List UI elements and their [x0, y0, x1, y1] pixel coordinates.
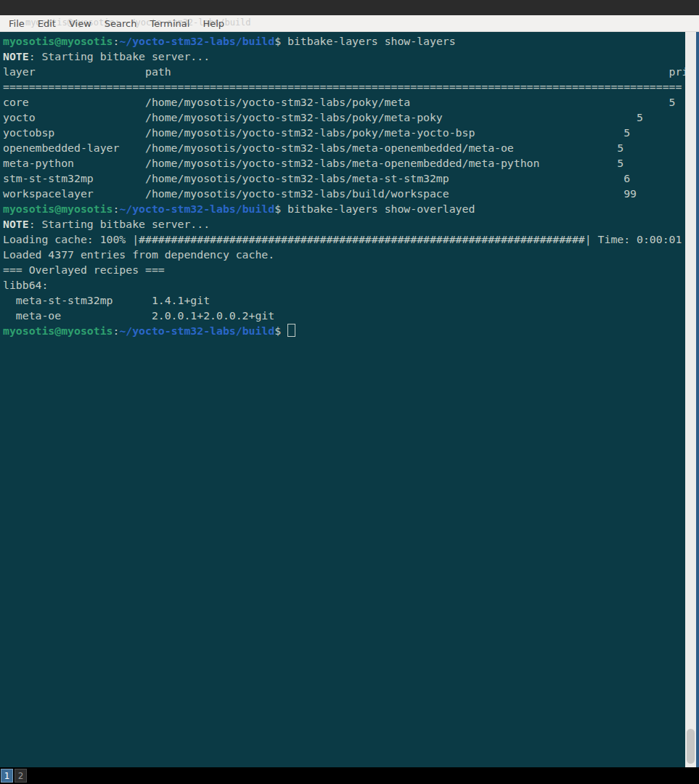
terminal-text: : Starting bitbake server...: [29, 50, 210, 62]
terminal-line: layer path priority: [3, 64, 685, 79]
terminal-line: meta-oe 2.0.0.1+2.0.0.2+git: [3, 308, 685, 323]
terminal-text: workspacelayer /home/myosotis/yocto-stm3…: [3, 187, 637, 200]
terminal-text: meta-oe 2.0.0.1+2.0.0.2+git: [3, 309, 274, 322]
terminal-line: === Overlayed recipes ===: [3, 262, 685, 277]
terminal-cursor: [287, 324, 295, 337]
menu-edit[interactable]: Edit: [31, 15, 62, 32]
terminal-text: Loading cache: 100% |###################…: [3, 233, 682, 245]
terminal-text: ~/yocto-stm32-labs/build: [119, 35, 274, 47]
terminal-text: core /home/myosotis/yocto-stm32-labs/pok…: [3, 96, 675, 108]
terminal-line: myosotis@myosotis:~/yocto-stm32-labs/bui…: [3, 33, 685, 49]
terminal-content[interactable]: myosotis@myosotis:~/yocto-stm32-labs/bui…: [0, 32, 685, 767]
terminal-line: NOTE: Starting bitbake server...: [3, 216, 685, 232]
terminal-text: myosotis@myosotis: [3, 324, 113, 337]
terminal-text: : Starting bitbake server...: [29, 218, 210, 230]
terminal-line: Loaded 4377 entries from dependency cach…: [3, 247, 685, 262]
terminal-line: openembedded-layer /home/myosotis/yocto-…: [3, 140, 685, 155]
terminal-line: core /home/myosotis/yocto-stm32-labs/pok…: [3, 94, 685, 110]
terminal-line: workspacelayer /home/myosotis/yocto-stm3…: [3, 186, 685, 201]
terminal-text: myosotis@myosotis: [3, 203, 113, 215]
title-bar[interactable]: myosotis@myosotis: ~/yocto-stm32-labs/bu…: [0, 0, 699, 15]
terminal-text: meta-python /home/myosotis/yocto-stm32-l…: [3, 157, 624, 169]
terminal-text: === Overlayed recipes ===: [3, 264, 165, 276]
terminal-text: meta-st-stm32mp 1.4.1+git: [3, 294, 210, 306]
menu-terminal[interactable]: Terminal: [143, 15, 196, 32]
tab-2[interactable]: 2: [15, 769, 27, 783]
tab-bar: 12: [0, 767, 699, 784]
terminal-line: Loading cache: 100% |###################…: [3, 232, 685, 247]
terminal-window: myosotis@myosotis: ~/yocto-stm32-labs/bu…: [0, 0, 699, 784]
terminal-line: meta-st-stm32mp 1.4.1+git: [3, 293, 685, 308]
terminal-line: myosotis@myosotis:~/yocto-stm32-labs/bui…: [3, 201, 685, 216]
menu-view[interactable]: View: [62, 15, 98, 32]
tab-1[interactable]: 1: [1, 769, 13, 783]
terminal-text: NOTE: [3, 218, 29, 230]
menu-help[interactable]: Help: [196, 15, 231, 32]
terminal-text: $: [274, 324, 287, 337]
terminal-line: yocto /home/myosotis/yocto-stm32-labs/po…: [3, 110, 685, 125]
terminal-text: ~/yocto-stm32-labs/build: [119, 324, 274, 337]
scrollbar[interactable]: [685, 32, 696, 767]
terminal-line: NOTE: Starting bitbake server...: [3, 49, 685, 64]
terminal-line: yoctobsp /home/myosotis/yocto-stm32-labs…: [3, 125, 685, 140]
terminal-line: myosotis@myosotis:~/yocto-stm32-labs/bui…: [3, 323, 685, 338]
terminal-line: stm-st-stm32mp /home/myosotis/yocto-stm3…: [3, 171, 685, 186]
terminal-text: ~/yocto-stm32-labs/build: [119, 203, 274, 215]
terminal-line: ========================================…: [3, 79, 685, 94]
terminal-text: $ bitbake-layers show-layers: [274, 35, 455, 47]
terminal-text: stm-st-stm32mp /home/myosotis/yocto-stm3…: [3, 172, 630, 184]
menu-search[interactable]: Search: [98, 15, 144, 32]
terminal-text: ========================================…: [3, 81, 682, 93]
terminal-text: Loaded 4377 entries from dependency cach…: [3, 248, 274, 261]
terminal-text: NOTE: [3, 50, 29, 62]
terminal-line: meta-python /home/myosotis/yocto-stm32-l…: [3, 155, 685, 171]
scrollbar-thumb[interactable]: [687, 729, 695, 764]
terminal-text: layer path priority: [3, 65, 685, 78]
terminal-text: myosotis@myosotis: [3, 35, 113, 47]
terminal-line: libb64:: [3, 277, 685, 293]
window-right-border: [696, 32, 699, 767]
terminal-text: libb64:: [3, 279, 48, 291]
terminal-text: openembedded-layer /home/myosotis/yocto-…: [3, 142, 624, 154]
menu-bar: FileEditViewSearchTerminalHelp: [0, 15, 699, 32]
terminal-text: $ bitbake-layers show-overlayed: [274, 203, 475, 215]
menu-file[interactable]: File: [2, 15, 31, 32]
terminal-text: yocto /home/myosotis/yocto-stm32-labs/po…: [3, 111, 643, 123]
terminal-area: myosotis@myosotis:~/yocto-stm32-labs/bui…: [0, 32, 699, 767]
terminal-text: yoctobsp /home/myosotis/yocto-stm32-labs…: [3, 126, 630, 139]
